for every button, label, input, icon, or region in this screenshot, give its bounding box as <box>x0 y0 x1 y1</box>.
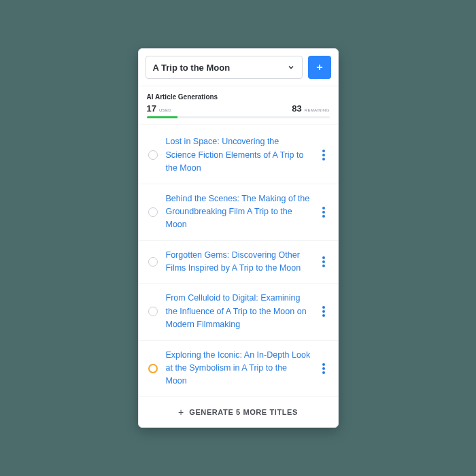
more-menu-icon[interactable] <box>319 204 328 220</box>
plus-icon: + <box>178 407 184 418</box>
generate-more-label: GENERATE 5 MORE TITLES <box>189 408 298 416</box>
project-select[interactable]: A Trip to the Moon <box>146 56 303 79</box>
title-row: Exploring the Iconic: An In-Depth Look a… <box>139 341 338 397</box>
radio-button[interactable] <box>148 257 158 267</box>
topbar: A Trip to the Moon <box>139 49 338 86</box>
radio-button[interactable] <box>148 307 158 316</box>
usage-title: AI Article Generations <box>147 93 330 101</box>
usage-remaining-value: 83 <box>292 103 301 114</box>
more-menu-icon[interactable] <box>319 147 328 163</box>
titles-list: Lost in Space: Uncovering the Science Fi… <box>139 124 338 396</box>
radio-button[interactable] <box>148 207 158 217</box>
more-menu-icon[interactable] <box>319 254 328 270</box>
usage-bar-fill <box>147 116 178 118</box>
usage-bar <box>147 116 330 118</box>
usage-panel: AI Article Generations 17 Used 83 Remain… <box>139 86 338 124</box>
title-row: Lost in Space: Uncovering the Science Fi… <box>139 127 338 184</box>
title-row: Forgotten Gems: Discovering Other Films … <box>139 241 338 284</box>
title-link[interactable]: Lost in Space: Uncovering the Science Fi… <box>166 135 311 175</box>
add-button[interactable] <box>308 56 331 79</box>
title-link[interactable]: Behind the Scenes: The Making of the Gro… <box>166 192 311 232</box>
title-row: From Celluloid to Digital: Examining the… <box>139 284 338 340</box>
usage-used-label: Used <box>159 106 171 113</box>
title-row: Behind the Scenes: The Making of the Gro… <box>139 184 338 241</box>
generate-more-button[interactable]: + GENERATE 5 MORE TITLES <box>139 397 338 427</box>
usage-used-value: 17 <box>147 103 156 114</box>
more-menu-icon[interactable] <box>319 303 328 320</box>
generator-card: A Trip to the Moon AI Article Generation… <box>138 48 339 427</box>
usage-used: 17 Used <box>147 103 171 114</box>
radio-button[interactable] <box>148 150 158 160</box>
plus-icon <box>315 63 324 72</box>
more-menu-icon[interactable] <box>319 360 328 377</box>
usage-remaining: 83 Remaining <box>292 103 329 114</box>
radio-button[interactable] <box>148 364 158 373</box>
title-link[interactable]: Exploring the Iconic: An In-Depth Look a… <box>166 349 311 388</box>
usage-remaining-label: Remaining <box>305 106 330 113</box>
chevron-down-icon <box>287 63 295 71</box>
usage-row: 17 Used 83 Remaining <box>147 103 330 114</box>
title-link[interactable]: From Celluloid to Digital: Examining the… <box>166 292 311 331</box>
title-link[interactable]: Forgotten Gems: Discovering Other Films … <box>166 249 311 275</box>
project-select-label: A Trip to the Moon <box>153 63 231 73</box>
